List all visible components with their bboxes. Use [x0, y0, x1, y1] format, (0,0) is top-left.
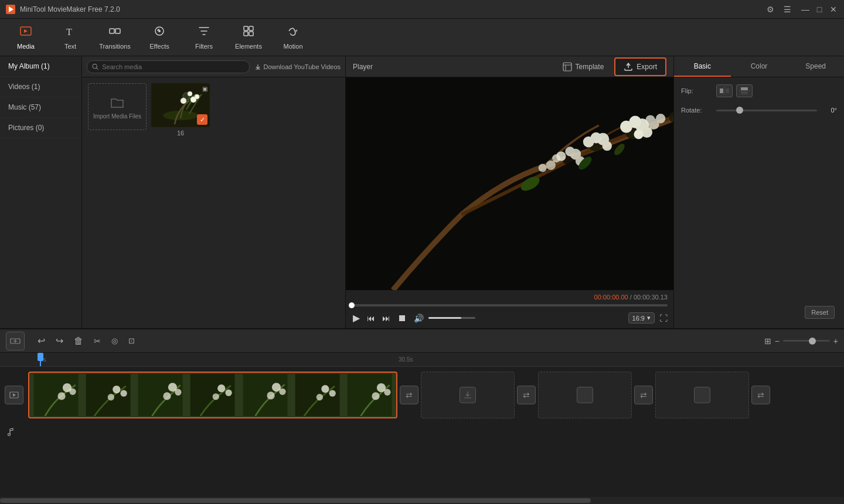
play-button[interactable]: ▶: [352, 311, 361, 325]
search-input[interactable]: [102, 63, 244, 70]
transition-button-3[interactable]: ⇄: [634, 386, 653, 404]
tab-speed[interactable]: Speed: [787, 56, 844, 77]
svg-point-82: [329, 390, 335, 396]
svg-point-27: [620, 121, 632, 133]
sidebar-item-myalbum[interactable]: My Album (1): [0, 56, 81, 77]
add-track-button[interactable]: [6, 332, 25, 350]
skip-back-button[interactable]: ⏮: [366, 312, 376, 324]
volume-slider[interactable]: [428, 317, 475, 319]
stop-button[interactable]: ⏹: [396, 312, 408, 325]
redo-button[interactable]: ↪: [53, 333, 66, 349]
svg-rect-10: [244, 32, 248, 36]
template-button[interactable]: Template: [557, 60, 610, 74]
progress-bar[interactable]: [352, 304, 668, 307]
right-panel: Basic Color Speed Flip:: [674, 56, 844, 328]
svg-point-28: [634, 130, 643, 139]
zoom-slider[interactable]: [783, 340, 830, 342]
svg-point-7: [158, 30, 161, 32]
aspect-ratio-select[interactable]: 16:9 ▾: [628, 312, 655, 323]
sidebar-item-pictures[interactable]: Pictures (0): [0, 118, 81, 138]
svg-point-87: [372, 392, 379, 400]
svg-rect-4: [110, 29, 114, 33]
rotate-slider[interactable]: [716, 110, 817, 111]
skip-forward-button[interactable]: ⏭: [381, 312, 392, 324]
video-clip[interactable]: [28, 372, 397, 418]
media-selected-badge: ✓: [197, 114, 207, 125]
search-icon: [92, 63, 98, 70]
svg-point-83: [316, 394, 322, 400]
svg-point-19: [181, 98, 186, 104]
timeline-toolbar: ↩ ↪ 🗑 ✂ ◎ ⊡ ⊞ − +: [0, 329, 844, 353]
transition-button-2[interactable]: ⇄: [517, 386, 536, 404]
svg-rect-21: [563, 63, 571, 71]
maximize-button[interactable]: □: [815, 5, 824, 14]
clip-frames: [29, 373, 396, 417]
media-label: Media: [17, 43, 35, 50]
reset-button[interactable]: Reset: [805, 306, 835, 319]
sidebar-item-music[interactable]: Music (57): [0, 97, 81, 118]
export-button[interactable]: Export: [614, 57, 666, 76]
audio-button[interactable]: ◎: [109, 334, 120, 348]
menu-icon[interactable]: ☰: [784, 5, 791, 14]
time-ruler: 0s 30.5s: [0, 353, 844, 367]
media-toolbar: Download YouTube Videos: [82, 56, 345, 77]
tab-color[interactable]: Color: [731, 56, 788, 77]
svg-rect-84: [348, 374, 392, 416]
transition-button-1[interactable]: ⇄: [400, 386, 418, 404]
fullscreen-button[interactable]: ⛶: [659, 314, 668, 323]
video-track-add-btn[interactable]: [5, 386, 23, 404]
zoom-handle[interactable]: [809, 338, 816, 345]
media-icon: [19, 25, 32, 40]
main-area: My Album (1) Videos (1) Music (57) Pictu…: [0, 56, 844, 328]
rotate-handle[interactable]: [736, 107, 743, 114]
volume-icon[interactable]: 🔊: [413, 312, 425, 324]
svg-point-73: [218, 384, 226, 392]
zoom-in-icon[interactable]: +: [833, 336, 838, 346]
tab-basic[interactable]: Basic: [674, 56, 731, 77]
svg-point-79: [267, 391, 274, 399]
search-box[interactable]: [87, 60, 250, 73]
crop-button[interactable]: ⊡: [126, 334, 137, 348]
timeline-tracks: 0s 30.5s: [0, 353, 844, 496]
zoom-column-icon[interactable]: ⊞: [764, 336, 771, 346]
svg-point-40: [565, 147, 574, 156]
timeline-scrollbar-thumb[interactable]: [0, 498, 591, 503]
app-icon: [6, 5, 15, 14]
filters-label: Filters: [195, 43, 213, 50]
undo-button[interactable]: ↩: [35, 333, 47, 349]
reset-area: Reset: [805, 306, 835, 319]
close-button[interactable]: ✕: [829, 5, 838, 14]
elements-icon: [242, 25, 255, 40]
progress-handle[interactable]: [349, 302, 355, 308]
media-tab[interactable]: Media: [5, 21, 47, 54]
player-label: Player: [353, 63, 552, 71]
flip-v-icon: [739, 87, 750, 95]
zoom-out-icon[interactable]: −: [775, 336, 780, 346]
settings-icon[interactable]: ⚙: [767, 5, 774, 14]
transitions-tab[interactable]: Transitions: [94, 21, 136, 54]
minimize-button[interactable]: —: [801, 5, 810, 14]
effects-tab[interactable]: Effects: [138, 21, 181, 54]
empty-slot-icon-2: [577, 387, 593, 403]
text-tab[interactable]: T Text: [49, 21, 91, 54]
chevron-down-icon: ▾: [647, 314, 651, 322]
toolbar: Media T Text Transitions Effects Filters…: [0, 19, 844, 56]
flip-horizontal-button[interactable]: [716, 84, 733, 97]
download-icon: [254, 63, 261, 70]
sidebar-item-videos[interactable]: Videos (1): [0, 77, 81, 97]
import-media-button[interactable]: Import Media Files: [88, 83, 147, 130]
cut-button[interactable]: ✂: [91, 334, 103, 348]
rotate-value: 0°: [821, 107, 837, 114]
download-youtube-btn[interactable]: Download YouTube Videos: [254, 63, 341, 70]
playhead-handle[interactable]: [38, 353, 43, 361]
playhead[interactable]: [40, 353, 41, 366]
flip-vertical-button[interactable]: [736, 84, 753, 97]
clip-frame-3: [135, 374, 186, 416]
delete-button[interactable]: 🗑: [72, 333, 86, 349]
motion-tab[interactable]: Motion: [272, 21, 314, 54]
timeline-scrollbar[interactable]: [0, 497, 844, 504]
transition-button-4[interactable]: ⇄: [751, 386, 770, 404]
media-thumbnail[interactable]: ▣ ✓ 16: [151, 83, 210, 137]
elements-tab[interactable]: Elements: [227, 21, 270, 54]
filters-tab[interactable]: Filters: [183, 21, 225, 54]
